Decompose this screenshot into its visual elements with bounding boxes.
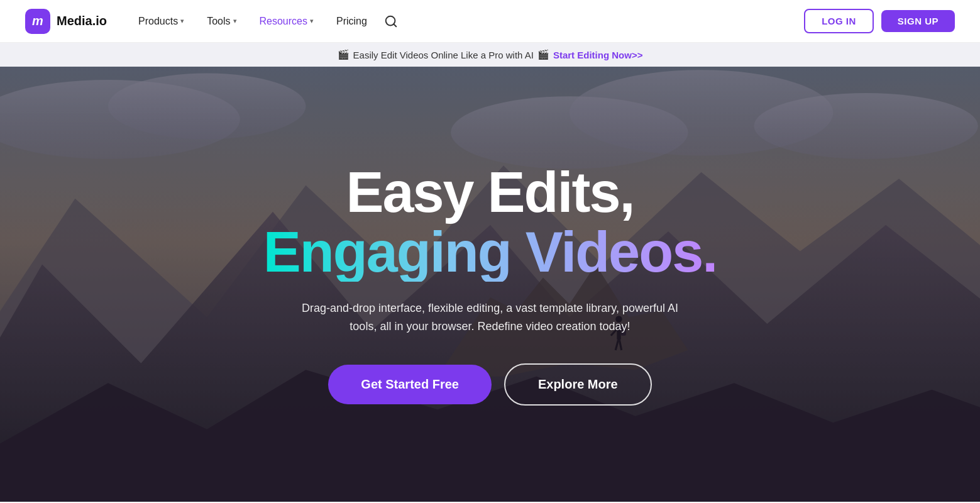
nav-item-pricing[interactable]: Pricing: [328, 11, 376, 32]
hero-buttons: Get Started Free Explore More: [263, 363, 717, 406]
nav-label-pricing: Pricing: [336, 16, 367, 27]
logo-icon: m: [25, 9, 50, 34]
chevron-down-icon: ▾: [180, 17, 184, 25]
nav-item-resources[interactable]: Resources ▾: [251, 11, 322, 32]
hero-title-line2: Engaging Videos.: [263, 223, 717, 282]
hero-subtitle: Drag-and-drop interface, flexible editin…: [295, 299, 685, 336]
nav-label-products: Products: [138, 16, 178, 27]
nav-label-resources: Resources: [260, 16, 307, 27]
navbar-left: m Media.io Products ▾ Tools ▾ Resources …: [25, 9, 401, 34]
search-icon[interactable]: [381, 11, 401, 31]
chevron-down-icon: ▾: [233, 17, 237, 25]
hero-title-line1: Easy Edits,: [263, 163, 717, 223]
login-button[interactable]: LOG IN: [804, 9, 874, 33]
nav-item-products[interactable]: Products ▾: [129, 11, 193, 32]
logo-text: Media.io: [57, 14, 107, 28]
navbar-right: LOG IN SIGN UP: [804, 9, 955, 33]
hero-content: Easy Edits, Engaging Videos. Drag-and-dr…: [251, 163, 729, 406]
announcement-prefix-emoji: 🎬: [338, 49, 350, 60]
hero-section: Easy Edits, Engaging Videos. Drag-and-dr…: [0, 67, 980, 502]
announcement-cta-link[interactable]: Start Editing Now>>: [553, 50, 643, 60]
svg-line-1: [394, 24, 396, 26]
announcement-suffix-emoji: 🎬: [537, 49, 549, 60]
announcement-text: Easily Edit Videos Online Like a Pro wit…: [353, 50, 534, 60]
get-started-button[interactable]: Get Started Free: [328, 365, 492, 404]
navbar: m Media.io Products ▾ Tools ▾ Resources …: [0, 0, 980, 43]
nav-links: Products ▾ Tools ▾ Resources ▾ Pricing: [129, 11, 401, 32]
explore-more-button[interactable]: Explore More: [504, 363, 652, 406]
chevron-down-icon: ▾: [310, 17, 314, 25]
announcement-banner: 🎬 Easily Edit Videos Online Like a Pro w…: [0, 43, 980, 67]
nav-label-tools: Tools: [207, 16, 230, 27]
logo[interactable]: m Media.io: [25, 9, 107, 34]
nav-item-tools[interactable]: Tools ▾: [198, 11, 245, 32]
signup-button[interactable]: SIGN UP: [881, 10, 955, 32]
